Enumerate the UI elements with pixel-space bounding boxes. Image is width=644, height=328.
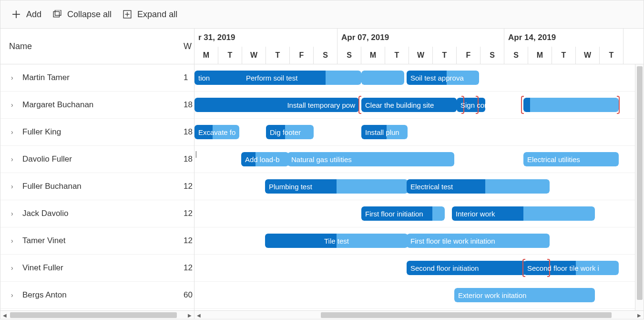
task-bar[interactable]: Install temporary pow xyxy=(194,98,359,112)
task-bar[interactable]: Second floor initiation xyxy=(407,261,526,275)
task-label: Install temporary pow xyxy=(287,101,355,109)
chevron-right-icon[interactable]: › xyxy=(11,101,17,109)
day-cell: S xyxy=(337,47,361,64)
task-label: Electrical utilities xyxy=(527,155,580,164)
hscroll-thumb[interactable] xyxy=(321,312,612,318)
resource-row[interactable]: ›Davolio Fuller18 xyxy=(0,146,194,173)
right-hscroll[interactable]: ◀ ▶ xyxy=(194,310,644,319)
task-bar[interactable]: Electrical test xyxy=(407,179,550,194)
task-bar[interactable]: Electrical utilities xyxy=(523,152,619,166)
vscroll-thumb[interactable] xyxy=(637,66,643,300)
chevron-right-icon[interactable]: › xyxy=(11,155,17,163)
week-cell: r 31, 2019 xyxy=(194,29,337,47)
task-bar[interactable]: tion xyxy=(194,71,247,85)
chevron-right-icon[interactable]: › xyxy=(11,237,17,245)
resource-row[interactable]: ›Tamer Vinet12 xyxy=(0,227,194,255)
task-bracket xyxy=(522,259,525,277)
scroll-right-icon[interactable]: ▶ xyxy=(635,311,644,319)
resource-name: Fuller Buchanan xyxy=(22,182,82,191)
task-label: Install plun xyxy=(365,128,399,136)
resource-value: 1 xyxy=(182,73,194,82)
day-cell: T xyxy=(266,47,290,64)
column-second-header[interactable]: W xyxy=(182,41,194,51)
day-cell: M xyxy=(361,47,385,64)
splitter-handle-icon[interactable]: || xyxy=(195,150,195,158)
gantt-row: Second floor initiationSecond floor tile… xyxy=(194,255,644,282)
collapse-all-button[interactable]: Collapse all xyxy=(53,10,112,20)
task-label: Natural gas utilities xyxy=(291,155,352,164)
task-label: Interior work xyxy=(456,210,495,218)
gantt-row: Add load-bNatural gas utilitiesElectrica… xyxy=(194,146,644,173)
gantt-row: Tile testFirst floor tile work initation xyxy=(194,227,644,255)
task-bar[interactable]: Tile test xyxy=(265,234,408,248)
gantt-body[interactable]: tionPerform soil testSoil test approvaIn… xyxy=(194,64,644,310)
svg-rect-3 xyxy=(55,10,61,15)
day-cell: T xyxy=(218,47,242,64)
grid-rows: ›Martin Tamer1›Margaret Buchanan18›Fulle… xyxy=(0,64,194,310)
day-cell: W xyxy=(242,47,266,64)
task-bar[interactable]: First floor tile work initation xyxy=(407,234,550,248)
task-bracket xyxy=(521,96,524,114)
task-label: Second floor initiation xyxy=(410,264,479,272)
chevron-right-icon[interactable]: › xyxy=(11,210,17,217)
add-button[interactable]: Add xyxy=(12,10,41,20)
chevron-right-icon[interactable]: › xyxy=(11,183,17,190)
gantt-row: Excavate foDig footerInstall plun xyxy=(194,119,644,146)
left-hscroll[interactable]: ◀ ▶ xyxy=(0,310,194,319)
resource-row[interactable]: ›Bergs Anton60 xyxy=(0,282,194,309)
task-bar[interactable]: Dig footer xyxy=(266,125,314,139)
resource-row[interactable]: ›Fuller Buchanan12 xyxy=(0,173,194,200)
task-label: Excavate fo xyxy=(198,128,235,136)
resource-name: Vinet Fuller xyxy=(22,263,63,273)
day-cell: S xyxy=(314,47,337,64)
task-bar[interactable]: Exterior work initation xyxy=(454,288,595,302)
day-cell: T xyxy=(600,47,624,64)
task-bar[interactable]: Soil test approva xyxy=(407,71,479,85)
task-bar[interactable]: Second floor tile work i xyxy=(523,261,619,275)
task-bar[interactable]: Clear the building site xyxy=(361,98,457,112)
resource-name: Jack Davolio xyxy=(22,209,68,218)
resource-name: Bergs Anton xyxy=(22,290,67,300)
resource-value: 18 xyxy=(182,154,194,164)
task-bar[interactable]: Interior work xyxy=(452,206,595,221)
resource-row[interactable]: ›Margaret Buchanan18 xyxy=(0,92,194,119)
scroll-right-icon[interactable]: ▶ xyxy=(185,311,194,319)
resource-value: 12 xyxy=(182,209,194,218)
resource-row[interactable]: ›Martin Tamer1 xyxy=(0,64,194,92)
chevron-right-icon[interactable]: › xyxy=(11,128,17,136)
expand-all-button[interactable]: Expand all xyxy=(123,10,177,20)
vscroll[interactable] xyxy=(635,64,644,310)
task-bar[interactable]: Natural gas utilities xyxy=(287,152,454,166)
column-name-header[interactable]: Name xyxy=(0,41,182,51)
svg-rect-2 xyxy=(53,11,59,17)
chevron-right-icon[interactable]: › xyxy=(11,291,17,299)
task-label: First floor tile work initation xyxy=(410,237,495,245)
task-bar[interactable]: Add load-b xyxy=(241,152,289,166)
day-cell: T xyxy=(385,47,409,64)
hscroll-thumb[interactable] xyxy=(10,312,177,318)
task-bar[interactable]: Perform soil test xyxy=(242,71,361,85)
day-cell: W xyxy=(576,47,600,64)
task-bar[interactable] xyxy=(361,71,404,85)
chevron-right-icon[interactable]: › xyxy=(11,264,17,272)
task-label: Plumbing test xyxy=(269,183,312,191)
scroll-left-icon[interactable]: ◀ xyxy=(0,311,9,319)
task-bar[interactable]: Sign contract xyxy=(457,98,485,112)
task-bar[interactable]: Excavate fo xyxy=(194,125,239,139)
task-label: Perform soil test xyxy=(246,74,297,82)
task-bar[interactable]: Install plun xyxy=(361,125,408,139)
week-cell: Apr 14, 2019 xyxy=(504,29,624,47)
resource-row[interactable]: ›Vinet Fuller12 xyxy=(0,255,194,282)
resource-name: Martin Tamer xyxy=(22,73,70,82)
splitter[interactable]: || xyxy=(194,64,197,322)
task-label: Dig footer xyxy=(270,128,301,136)
resource-row[interactable]: ›Fuller King18 xyxy=(0,119,194,146)
task-bar[interactable]: First floor initiation xyxy=(361,206,445,221)
gantt-row: Install temporary powClear the building … xyxy=(194,92,644,119)
task-bar[interactable] xyxy=(523,98,619,112)
resource-row[interactable]: ›Jack Davolio12 xyxy=(0,200,194,227)
chevron-right-icon[interactable]: › xyxy=(11,74,17,82)
task-bar[interactable]: Plumbing test xyxy=(265,179,408,194)
task-label: tion xyxy=(198,74,210,82)
gantt-row: Plumbing testElectrical test xyxy=(194,173,644,200)
